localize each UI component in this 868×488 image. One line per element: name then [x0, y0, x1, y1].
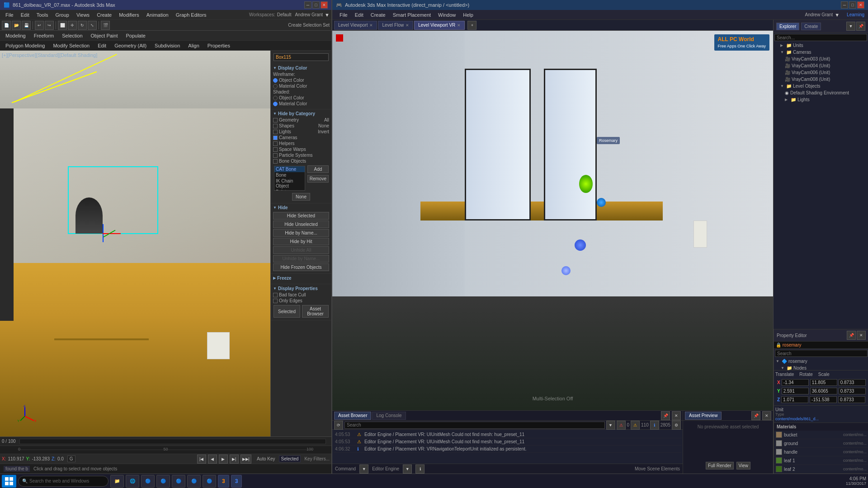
spacewarps-checkbox[interactable]: [273, 147, 278, 152]
g-btn[interactable]: G: [67, 455, 75, 462]
sub-selection[interactable]: Selection: [58, 32, 86, 39]
start-button[interactable]: [2, 475, 16, 488]
poly-geometry[interactable]: Geometry (All): [111, 42, 150, 49]
helpers-checkbox[interactable]: [273, 141, 278, 146]
shapes-checkbox[interactable]: [273, 124, 278, 128]
tab-level-viewport-vr-close[interactable]: ✕: [457, 23, 461, 28]
scale-btn[interactable]: ⤡: [88, 21, 97, 30]
play-btn[interactable]: ▶: [219, 455, 228, 464]
tree-cameras[interactable]: ▼ 📁 Cameras: [774, 49, 868, 56]
bone-item-ik[interactable]: IK Chain Object: [274, 178, 305, 189]
minimize-btn-right[interactable]: ─: [841, 1, 848, 9]
redo-btn[interactable]: ↪: [45, 21, 54, 30]
sub-freeform[interactable]: Freeform: [30, 32, 58, 39]
y-rotate-input[interactable]: [810, 388, 837, 394]
asset-preview-tab[interactable]: Asset Preview: [685, 412, 722, 420]
sub-object-paint[interactable]: Object Paint: [87, 32, 122, 39]
menu-animation-left[interactable]: Animation: [143, 11, 172, 19]
taskbar-app4[interactable]: 🔵: [203, 475, 216, 488]
object-name-box[interactable]: Box115: [274, 53, 329, 61]
menu-edit-left[interactable]: Edit: [17, 11, 33, 19]
viewport-3d-left[interactable]: [+][Perspective][Standard][Default Shadi…: [0, 51, 270, 436]
menu-create-right[interactable]: Create: [367, 11, 389, 19]
tab-level-viewport-vr[interactable]: Level Viewport VR ✕: [414, 21, 465, 30]
poly-align[interactable]: Align: [184, 42, 203, 49]
cameras-checkbox[interactable]: [273, 136, 278, 140]
z-rotate-input[interactable]: [810, 396, 837, 403]
taskbar-3dsmax[interactable]: 3: [218, 475, 229, 488]
menu-help-right[interactable]: Help: [459, 11, 477, 19]
select-btn[interactable]: ⬜: [58, 21, 67, 30]
z-scale-input[interactable]: [838, 396, 865, 403]
user-arrow-right[interactable]: ▼: [835, 12, 840, 18]
taskbar-app2[interactable]: 🔵: [172, 475, 185, 488]
poly-edit[interactable]: Edit: [94, 42, 110, 49]
tree-vray006[interactable]: 🎥 VrayCam006 (Unit): [774, 69, 868, 76]
render-btn[interactable]: 🎬: [101, 21, 110, 30]
wireframe-obj-radio[interactable]: [273, 78, 278, 83]
editor-engine-arrow-btn[interactable]: ▼: [403, 465, 412, 474]
timeline-scrubber[interactable]: [19, 439, 326, 444]
bone-item-point[interactable]: Point: [274, 189, 305, 191]
command-arrow-btn[interactable]: ▼: [359, 465, 368, 474]
asset-info-btn[interactable]: ℹ: [650, 421, 659, 430]
taskbar-app3[interactable]: 🔵: [187, 475, 201, 488]
move-btn[interactable]: ✛: [68, 21, 77, 30]
y-scale-input[interactable]: [839, 388, 866, 394]
hide-unselected-btn[interactable]: Hide Unselected: [273, 221, 329, 228]
sub-modeling[interactable]: Modeling: [2, 32, 29, 39]
hide-selected-btn[interactable]: Hide Selected: [273, 212, 329, 220]
rotate-btn[interactable]: ↻: [78, 21, 87, 30]
backface-cull-checkbox[interactable]: [273, 293, 278, 297]
timeline-bar[interactable]: 0 50 100: [0, 446, 331, 454]
asset-settings-btn[interactable]: ⚙: [672, 421, 681, 430]
display-properties-title[interactable]: Display Properties: [273, 286, 329, 291]
x-translate-input[interactable]: [782, 379, 809, 386]
z-translate-input[interactable]: [781, 396, 808, 403]
tree-lights[interactable]: ▶ 📁 Lights: [774, 96, 868, 103]
shapes-value[interactable]: None: [318, 123, 329, 128]
bone-item-bone[interactable]: Bone: [274, 172, 305, 178]
taskbar-edge[interactable]: 🌐: [126, 475, 139, 488]
hide-frozen-btn[interactable]: Hide Frozen Objects: [273, 263, 329, 271]
menu-window-right[interactable]: Window: [434, 11, 459, 19]
particle-checkbox[interactable]: [273, 153, 278, 158]
poly-properties[interactable]: Properties: [204, 42, 234, 49]
prev-frame-btn[interactable]: ◀: [208, 455, 217, 464]
shaded-obj-radio[interactable]: [273, 96, 278, 100]
learning-label[interactable]: Learning: [847, 12, 864, 17]
shaded-mat-radio[interactable]: [273, 102, 278, 106]
pe-nodes[interactable]: ▼ 📁 Nodes: [774, 365, 868, 370]
menu-modifiers-left[interactable]: Modifiers: [115, 11, 143, 19]
tree-units[interactable]: ▶ 📁 Units: [774, 42, 868, 49]
preview-close-btn[interactable]: ✕: [762, 411, 771, 420]
add-bone-btn[interactable]: Add: [307, 165, 329, 173]
asset-browser-tab[interactable]: Asset Browser: [334, 412, 371, 420]
hide-section-title[interactable]: Hide: [273, 205, 329, 210]
explorer-filter-btn[interactable]: ▼: [846, 22, 855, 31]
geometry-checkbox[interactable]: [273, 118, 278, 122]
panel-pin-btn[interactable]: 📌: [661, 411, 670, 420]
hide-by-category-title[interactable]: Hide by Category: [273, 111, 329, 116]
asset-browser-btn[interactable]: Asset Browser: [302, 305, 329, 318]
tree-default-shading[interactable]: ◉ Default Shading Environment: [774, 89, 868, 96]
display-color-title[interactable]: Display Color: [273, 66, 329, 70]
hide-by-name-btn[interactable]: Hide by Name...: [273, 229, 329, 237]
full-render-btn[interactable]: Full Render: [706, 462, 734, 469]
bone-list[interactable]: CAT Bone Bone IK Chain Object Point: [274, 166, 305, 191]
tree-vray004[interactable]: 🎥 VrayCam004 (Unit): [774, 62, 868, 69]
y-translate-input[interactable]: [782, 388, 809, 394]
tree-vray008[interactable]: 🎥 VrayCam008 (Unit): [774, 76, 868, 83]
selected-display-btn[interactable]: Selected: [274, 305, 300, 318]
new-btn[interactable]: 📄: [2, 21, 11, 30]
wireframe-mat-radio[interactable]: [273, 84, 278, 89]
new-tab-btn[interactable]: +: [467, 21, 476, 30]
lights-checkbox[interactable]: [273, 130, 278, 134]
minimize-btn-left[interactable]: ─: [304, 1, 311, 9]
taskbar-app1[interactable]: 🔵: [156, 475, 170, 488]
taskbar-chrome[interactable]: 🔵: [141, 475, 155, 488]
pe-close-btn[interactable]: ✕: [857, 331, 866, 340]
editor-info-btn[interactable]: ℹ: [415, 465, 425, 474]
asset-warn-btn[interactable]: ⚠: [631, 421, 640, 430]
remove-bone-btn[interactable]: Remove: [307, 175, 329, 183]
